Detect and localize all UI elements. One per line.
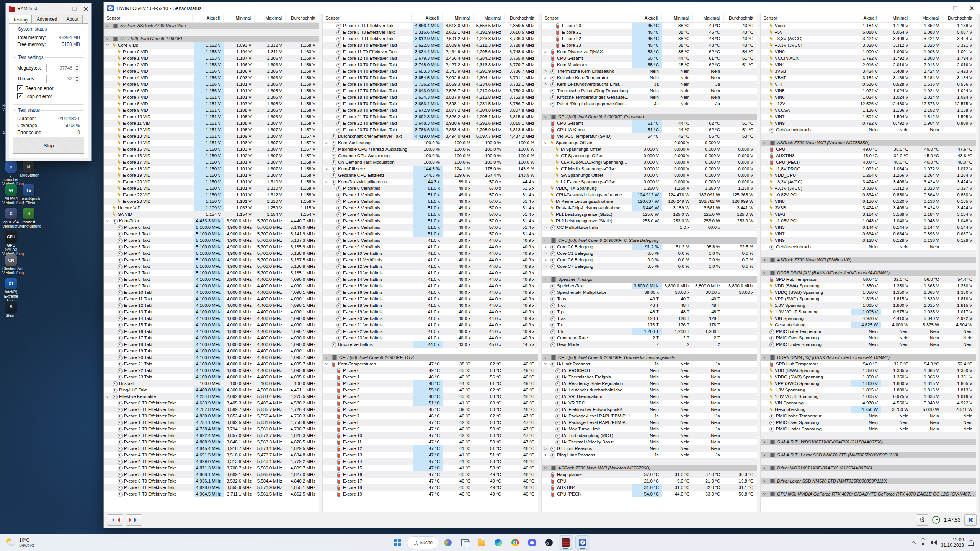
sensor-section-row[interactable]: >GPU [#0]: NVIDIA GeForce RTX 4070: GIGA… (761, 491, 976, 497)
tab-testing[interactable]: Testing (9, 15, 32, 24)
sensor-row[interactable]: 3VSB3.424 V3.408 V3.424 V3.423 V (761, 68, 976, 75)
sensor-row[interactable]: E-core 11 VID1.151 V1.108 V1.307 V1.158 … (104, 120, 319, 127)
expand-arrow-icon[interactable]: > (106, 23, 109, 29)
column-header-durchschnitt[interactable]: Durchschnitt (504, 14, 538, 22)
sensor-row[interactable]: E-core 12 VID1.151 V1.108 V1.307 V1.157 … (104, 127, 319, 133)
collapse-arrow-icon[interactable]: > (761, 493, 768, 496)
sensor-row[interactable]: E-core 1747 °C40 °C49 °C46 °C (323, 478, 538, 484)
sensor-row[interactable]: VBAT3.184 V3.168 V3.184 V3.184 V (761, 75, 976, 81)
sensor-row[interactable]: E-core 13 T0 Effektiver Takt3,748.0 MHz2… (323, 62, 538, 68)
sensor-row[interactable]: E-core 9 Verhältnis41.0 x40.0 x44.0 x40.… (323, 244, 538, 250)
expand-arrow-icon[interactable]: > (763, 452, 766, 458)
sensor-row[interactable]: +3,3V (AVCC)3.424 V3.408 V3.424 V3.424 V (761, 36, 976, 42)
sensor-row[interactable]: PL1 Leistungsgrenze (Static)125.0 W125.0… (542, 211, 757, 218)
nav-next-button[interactable] (126, 514, 142, 526)
sensor-row[interactable]: VIN70.664 V0.664 V0.896 V0.687 V (761, 231, 976, 237)
desktop-icon[interactable]: MModStation (20, 161, 38, 178)
sensor-row[interactable]: E-core 9 T0 Effektiver Takt3,612.9 MHz2,… (323, 36, 538, 42)
sensor-section-row[interactable]: >Speicher-Timings (542, 276, 757, 283)
sensor-row[interactable]: E-core 18 Verhältnis41.0 x40.0 x44.0 x40… (323, 302, 538, 309)
sensor-row[interactable]: VIN90.128 V0.128 V0.136 V0.128 V (761, 237, 976, 244)
sensor-row[interactable]: P-core 0 Verhältnis51.0 x49.0 x57.0 x51.… (323, 185, 538, 192)
sensor-row[interactable]: >GT Limit ReasonsNeinNeinNein (542, 445, 757, 452)
sensor-row[interactable]: Gesamte CPU-Auslastung100.0 %100.0 %100.… (323, 153, 538, 159)
sensor-row[interactable]: E-core 18 Takt4,100.0 MHz4,000.0 MHz4,40… (104, 341, 319, 348)
desktop-icon[interactable]: yy-cruncher Verknüpfung (2, 161, 20, 186)
sensor-row[interactable]: P-core 746 °C40 °C62 °C47 °C (323, 413, 538, 419)
collapse-arrow-icon[interactable]: > (761, 357, 768, 359)
sensor-row[interactable]: E-core 15 T0 Effektiver Takt3,654.5 MHz2… (323, 75, 538, 81)
collapse-arrow-icon[interactable]: > (542, 240, 549, 242)
sensor-row[interactable]: VDDQ (SWB) Spannung1.350 V1.350 V1.365 V… (761, 289, 976, 296)
sensor-row[interactable]: P-core 645 °C39 °C58 °C46 °C (323, 406, 538, 413)
sensor-row[interactable]: E-core 1447 °C41 °C53 °C46 °C (323, 458, 538, 465)
sensor-row[interactable]: P-core 6 VID1.156 V1.101 V1.305 V1.158 V (104, 88, 319, 94)
sensor-row[interactable]: Tras128 T128 T128 T (542, 315, 757, 322)
sensor-row[interactable]: VCCIN AUX1.792 V1.792 V1.808 V1.794 V (761, 55, 976, 62)
sensor-row[interactable]: SA VID1.154 V1.154 V1.154 V1.154 V (104, 211, 319, 218)
column-header-sensor[interactable]: Sensor (761, 14, 849, 22)
taskbar-icon-hwinfo[interactable] (575, 535, 590, 550)
sensor-row[interactable]: CPU-IA-Kerne51 °C44 °C62 °C51 °C (542, 127, 757, 133)
desktop-icon[interactable]: 64AIDA64 Verknüpfung (2, 184, 20, 205)
sensor-row[interactable]: E-core 13 Verhältnis41.0 x40.0 x44.0 x40… (323, 270, 538, 276)
desktop-icon[interactable]: SSteam (2, 301, 20, 318)
desktop-icon[interactable]: XTIntel(R) Extreme Tun... (2, 278, 20, 303)
sensor-row[interactable]: +5V5.088 V5.064 V5.088 V5.087 V (761, 29, 976, 36)
sensor-row[interactable]: VBAT3.184 V3.168 V3.184 V3.184 V (761, 211, 976, 218)
stop-on-error-checkbox[interactable] (17, 93, 23, 99)
sensor-section-row[interactable]: >CPU [#0]: Intel Core i9-14900KF: Gründe… (542, 354, 757, 361)
column-header-minimal[interactable]: Minimal (442, 14, 473, 22)
sensor-row[interactable]: >Thermische Kern-DrosselungNeinNeinNein (542, 68, 757, 75)
sensor-section-row[interactable]: >S.M.A.R.T.: WDS100T1X0E-00AFY0 (211504A… (761, 439, 976, 445)
minimize-button[interactable] (57, 4, 69, 14)
sensor-row[interactable]: E-core 2145 °C38 °C46 °C43 °C (542, 29, 757, 36)
expand-arrow-icon[interactable]: > (544, 49, 547, 55)
column-header-aktuell[interactable]: Aktuell (192, 14, 223, 22)
ram-test-titlebar[interactable]: RAM Test (6, 3, 91, 14)
sensor-row[interactable]: CPU-Gesamt-Leistungsaufnahme124.912 W124… (542, 192, 757, 198)
close-button[interactable] (80, 4, 91, 14)
sensor-row[interactable]: E-core 12 Takt4,100.0 MHz4,000.0 MHz4,40… (104, 302, 319, 309)
taskbar-icon-steam[interactable] (542, 535, 556, 550)
sensor-row[interactable]: Trc176 T176 T176 T (542, 322, 757, 328)
tray-overflow-chevron-icon[interactable] (911, 541, 916, 546)
sensor-row[interactable]: VDDQ TX Spannung1.250 V1.250 V1.250 V1.2… (542, 185, 757, 192)
sensor-section-row[interactable]: >CPU [#0]: Intel Core i9-14900KF: C-Stat… (542, 237, 757, 244)
sensor-row[interactable]: Tcas40 T40 T40 T (542, 296, 757, 302)
sensor-row[interactable]: >Core C6 Belegung0.0 %0.0 %0.0 %0.0 % (542, 257, 757, 263)
sensor-row[interactable]: IA: VR TDCNeinNeinNein (542, 400, 757, 406)
sensor-row[interactable]: VDDQ (SWB) Spannung1.350 V1.350 V1.365 V… (761, 374, 976, 380)
sensor-row[interactable]: E-core 9 VID1.151 V1.108 V1.305 V1.158 V (104, 107, 319, 114)
expand-arrow-icon[interactable]: > (763, 257, 766, 263)
sensor-row[interactable]: CPU Gesamt51 °C44 °C62 °C51 °C (542, 120, 757, 127)
expand-arrow-icon[interactable]: > (544, 224, 547, 231)
sensor-row[interactable]: E-core 10 T0 Effektiver Takt3,622.5 MHz2… (323, 42, 538, 49)
sensor-section-row[interactable]: >Drive: Lexar SSD NM620 2TB (MMT035R0008… (761, 478, 976, 484)
sensor-row[interactable]: E-core 13 VID1.151 V1.109 V1.307 V1.157 … (104, 133, 319, 140)
collapse-arrow-icon[interactable]: > (542, 363, 549, 365)
desktop-icon[interactable]: GPUGPU GALAX Verknüpfung (2, 231, 20, 256)
column-header-maximal[interactable]: Maximal (911, 14, 942, 22)
sensor-row[interactable]: P-core 2 VID1.153 V1.106 V1.306 V1.159 V (104, 62, 319, 68)
sensor-row[interactable]: E-core 20 T0 Effektiver Takt3,672.9 MHz2… (323, 107, 538, 114)
sensor-row[interactable]: E-core 21 Takt4,100.0 MHz4,000.0 MHz4,40… (104, 361, 319, 367)
sensor-row[interactable]: Bustakt100.0 MHz100.0 MHz100.0 MHz100.0 … (104, 380, 319, 387)
sensor-row[interactable]: IA: PROCHOTNeinNeinNein (542, 367, 757, 374)
hwinfo-titlebar[interactable]: HWiNFO64 v7.64-5240 - Sensorstatus (104, 2, 980, 14)
megabytes-stepper[interactable] (74, 64, 80, 72)
expand-arrow-icon[interactable]: > (544, 452, 547, 458)
sensor-section-row[interactable]: >System: ASRock Z790 Nova WiFi (104, 23, 319, 29)
sensor-row[interactable]: E-core 14 Verhältnis41.0 x40.0 x44.0 x40… (323, 276, 538, 283)
expand-arrow-icon[interactable]: > (763, 478, 766, 484)
sensor-row[interactable]: IA: Max Turbo LimitNeinNeinJa (542, 426, 757, 432)
sensor-row[interactable]: E-core 2345 °C38 °C48 °C43 °C (542, 42, 757, 49)
sensor-row[interactable]: P-core 355 °C43 °C62 °C49 °C (323, 387, 538, 393)
sensor-row[interactable]: E-core 11 Takt4,100.0 MHz4,000.0 MHz4,40… (104, 296, 319, 302)
sensor-row[interactable]: E-core 12 T0 Effektiver Takt3,679.3 MHz2… (323, 55, 538, 62)
sensor-row[interactable]: AUXTIN345.0 °C32.0 °C45.0 °C43.6 °C (761, 153, 976, 159)
sensor-row[interactable]: >Kern-Distanz zu TjMAX53 °C38 °C62 °C54 … (542, 49, 757, 55)
sensor-row[interactable]: P-core 4 Verhältnis51.0 x49.0 x57.0 x51.… (323, 211, 538, 218)
sensor-row[interactable]: P-core 248 °C44 °C61 °C49 °C (323, 380, 538, 387)
sensor-row[interactable]: E-core 19 T0 Effektiver Takt3,663.4 MHz2… (323, 101, 538, 107)
